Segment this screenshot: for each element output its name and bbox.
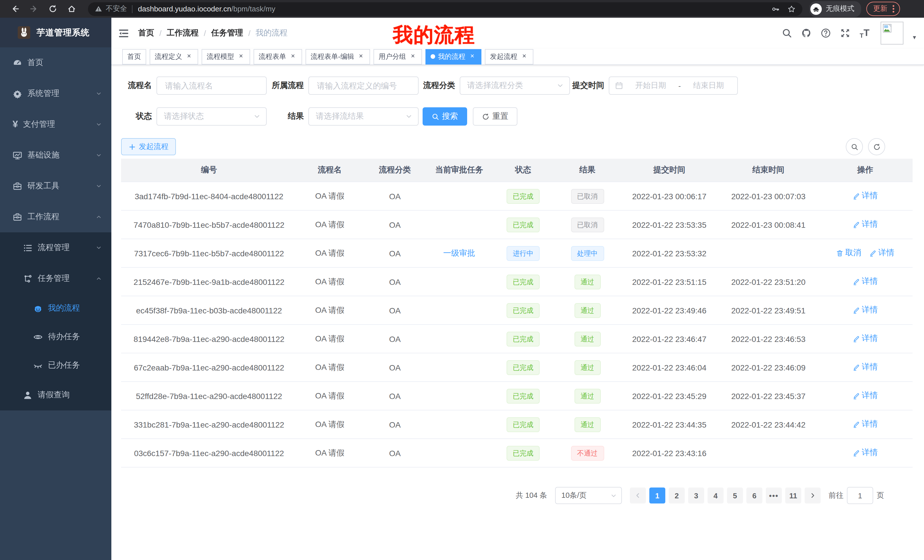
submit-time-range-picker[interactable]: 开始日期 - 结束日期 xyxy=(609,76,738,95)
chevron-up-icon xyxy=(96,276,102,281)
sidebar-item-dev-tools[interactable]: 研发工具 xyxy=(0,171,111,202)
goto-page-input[interactable] xyxy=(847,487,873,504)
detail-action-link[interactable]: 详情 xyxy=(869,248,894,258)
page-button-6[interactable]: 6 xyxy=(746,488,762,503)
hamburger-icon[interactable] xyxy=(118,28,129,39)
fullscreen-icon[interactable] xyxy=(840,28,850,38)
sidebar-item-done-tasks[interactable]: 已办任务 xyxy=(0,351,111,380)
sidebar-item-task-mgmt[interactable]: 任务管理 xyxy=(0,263,111,294)
result-select[interactable]: 请选择流结果 xyxy=(308,107,418,126)
page-button-2[interactable]: 2 xyxy=(669,488,685,503)
sidebar-item-infrastructure[interactable]: 基础设施 xyxy=(0,140,111,171)
breadcrumb-item[interactable]: 首页 xyxy=(138,28,154,38)
detail-action-link[interactable]: 详情 xyxy=(853,448,878,458)
pagination: 共 104 条 10条/页 123456•••11 前往 页 xyxy=(121,487,913,504)
refresh-table-button[interactable] xyxy=(868,138,885,155)
sidebar-item-label: 研发工具 xyxy=(27,181,59,191)
user-avatar[interactable] xyxy=(881,22,904,45)
cell-status: 已完成 xyxy=(491,210,555,239)
page-button-5[interactable]: 5 xyxy=(727,488,743,503)
sidebar-item-payment-mgmt[interactable]: ¥支付管理 xyxy=(0,109,111,140)
tab-close-icon[interactable]: × xyxy=(289,52,297,60)
start-process-button[interactable]: 发起流程 xyxy=(121,138,176,155)
category-select[interactable]: 请选择流程分类 xyxy=(460,76,570,95)
page-button-1[interactable]: 1 xyxy=(650,488,665,503)
sidebar-item-home[interactable]: 首页 xyxy=(0,47,111,78)
monitor-icon xyxy=(13,150,22,160)
tab-start-process[interactable]: 发起流程× xyxy=(485,49,533,64)
action-label: 详情 xyxy=(862,220,878,230)
avatar-caret-down-icon[interactable]: ▾ xyxy=(913,33,916,41)
detail-action-link[interactable]: 详情 xyxy=(853,391,878,401)
tab-process-model[interactable]: 流程模型× xyxy=(202,49,250,64)
tab-user-group[interactable]: 用户分组× xyxy=(374,49,422,64)
address-bar[interactable]: 不安全 dashboard.yudao.iocoder.cn /bpm/task… xyxy=(88,2,802,16)
detail-action-link[interactable]: 详情 xyxy=(853,191,878,201)
browser-menu-icon[interactable] xyxy=(892,5,894,13)
breadcrumb-item[interactable]: 任务管理 xyxy=(211,28,243,38)
sidebar-item-todo-tasks[interactable]: 待办任务 xyxy=(0,322,111,351)
detail-action-link[interactable]: 详情 xyxy=(853,305,878,315)
cell-current-task xyxy=(427,439,491,467)
process-definition-input[interactable] xyxy=(316,81,411,91)
logo-row[interactable]: 芋道管理系统 xyxy=(0,18,111,47)
status-select[interactable]: 请选择状态 xyxy=(156,107,267,126)
detail-action-link[interactable]: 详情 xyxy=(853,362,878,373)
page-button-11[interactable]: 11 xyxy=(785,488,801,503)
sidebar-item-my-process[interactable]: 我的流程 xyxy=(0,294,111,322)
edit-icon xyxy=(853,449,860,457)
tab-process-form[interactable]: 流程表单× xyxy=(254,49,302,64)
header-search-icon[interactable] xyxy=(782,28,792,38)
action-label: 详情 xyxy=(862,419,878,430)
browser-reload-icon[interactable] xyxy=(48,4,57,13)
cell-actions: 详情 xyxy=(818,325,913,353)
edit-icon xyxy=(853,221,860,228)
github-icon[interactable] xyxy=(801,28,812,38)
next-page-button[interactable] xyxy=(805,488,820,503)
process-name-input[interactable] xyxy=(164,81,259,91)
detail-action-link[interactable]: 详情 xyxy=(853,334,878,344)
end-date-placeholder: 结束日期 xyxy=(685,81,732,91)
page-button-3[interactable]: 3 xyxy=(688,488,704,503)
page-ellipsis[interactable]: ••• xyxy=(766,488,782,503)
detail-action-link[interactable]: 详情 xyxy=(853,220,878,230)
tab-close-icon[interactable]: × xyxy=(409,52,417,60)
edit-icon xyxy=(853,307,860,314)
tab-process-form-edit[interactable]: 流程表单-编辑× xyxy=(306,49,370,64)
detail-action-link[interactable]: 详情 xyxy=(853,277,878,287)
prev-page-button[interactable] xyxy=(630,488,646,503)
reset-button[interactable]: 重置 xyxy=(473,107,518,126)
tab-close-icon[interactable]: × xyxy=(468,52,476,60)
sidebar-item-workflow[interactable]: 工作流程 xyxy=(0,202,111,232)
robot-icon xyxy=(33,303,43,313)
page-button-4[interactable]: 4 xyxy=(708,488,723,503)
cell-process-id: 7317cec6-7b9b-11ec-b5b7-acde48001122 xyxy=(121,239,297,267)
browser-back-icon[interactable] xyxy=(11,4,20,13)
show-search-toggle-button[interactable] xyxy=(846,138,863,155)
browser-update-button[interactable]: 更新 xyxy=(866,2,900,16)
sidebar-item-process-mgmt[interactable]: 流程管理 xyxy=(0,232,111,263)
tab-home[interactable]: 首页 xyxy=(122,49,146,64)
chevron-down-icon xyxy=(96,245,102,251)
current-task-link[interactable]: 一级审批 xyxy=(443,248,475,257)
browser-home-icon[interactable] xyxy=(68,4,76,13)
result-placeholder: 请选择流结果 xyxy=(316,111,405,121)
tab-process-definition[interactable]: 流程定义× xyxy=(150,49,198,64)
breadcrumb-item[interactable]: 工作流程 xyxy=(167,28,199,38)
sidebar-item-leave-query[interactable]: 请假查询 xyxy=(0,380,111,410)
password-key-icon[interactable] xyxy=(771,5,780,13)
bookmark-star-icon[interactable] xyxy=(788,5,795,13)
font-size-icon[interactable]: TT xyxy=(860,27,870,39)
tab-close-icon[interactable]: × xyxy=(357,52,365,60)
tab-my-process[interactable]: 我的流程× xyxy=(426,49,482,64)
tab-close-icon[interactable]: × xyxy=(237,52,245,60)
page-size-select[interactable]: 10条/页 xyxy=(555,487,622,504)
tab-close-icon[interactable]: × xyxy=(185,52,193,60)
tab-close-icon[interactable]: × xyxy=(520,52,528,60)
sidebar-item-system-mgmt[interactable]: 系统管理 xyxy=(0,78,111,109)
cancel-action-link[interactable]: 取消 xyxy=(836,248,861,258)
browser-forward-icon[interactable] xyxy=(30,4,38,13)
search-button[interactable]: 搜索 xyxy=(423,107,467,126)
docs-help-icon[interactable] xyxy=(821,28,831,38)
detail-action-link[interactable]: 详情 xyxy=(853,419,878,430)
